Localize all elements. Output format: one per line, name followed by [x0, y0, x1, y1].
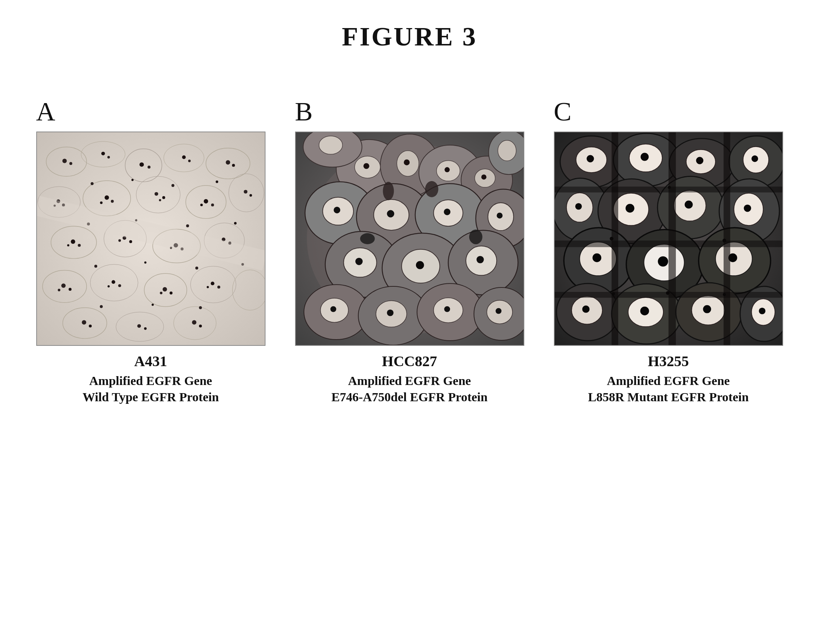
svg-point-69 [206, 286, 209, 288]
svg-point-43 [211, 204, 214, 207]
svg-point-23 [62, 159, 66, 163]
panel-a-title: A431 [83, 353, 219, 370]
svg-point-71 [89, 324, 92, 327]
svg-point-146 [498, 140, 516, 161]
panel-letter-a: A [36, 97, 55, 127]
svg-point-131 [496, 212, 502, 218]
svg-point-65 [169, 291, 172, 294]
svg-point-27 [140, 162, 144, 167]
panel-b-title: HCC827 [331, 353, 487, 370]
svg-point-126 [444, 167, 450, 172]
svg-point-139 [383, 182, 394, 200]
svg-point-44 [200, 204, 203, 206]
svg-point-51 [129, 240, 132, 243]
svg-point-24 [69, 162, 72, 165]
svg-point-64 [162, 287, 167, 291]
svg-point-82 [186, 224, 189, 227]
svg-point-86 [195, 267, 198, 269]
svg-point-75 [199, 324, 202, 327]
svg-point-84 [94, 265, 97, 268]
svg-point-73 [144, 327, 146, 330]
svg-point-204 [722, 293, 725, 296]
svg-point-133 [416, 261, 424, 269]
panel-a-line1: Amplified EGFR Gene [83, 373, 219, 389]
svg-point-78 [171, 184, 174, 187]
svg-point-90 [199, 306, 202, 309]
panel-a: A [32, 97, 269, 405]
svg-point-137 [444, 306, 450, 312]
svg-point-130 [444, 209, 450, 215]
svg-point-36 [104, 195, 109, 200]
svg-point-88 [100, 305, 102, 308]
svg-rect-195 [723, 132, 730, 345]
svg-point-68 [217, 285, 220, 288]
svg-point-138 [495, 308, 501, 314]
svg-point-62 [118, 284, 121, 287]
svg-point-134 [476, 256, 484, 264]
svg-point-28 [148, 166, 151, 169]
panel-letter-c: C [554, 97, 572, 127]
panel-b-line2: E746-A750del EGFR Protein [331, 389, 487, 405]
panel-letter-b: B [295, 97, 313, 127]
panel-c: C [550, 97, 787, 405]
svg-point-79 [215, 181, 218, 183]
svg-point-200 [668, 186, 671, 189]
svg-point-70 [82, 320, 86, 324]
svg-point-183 [625, 204, 634, 213]
microscopy-image-a [36, 132, 266, 346]
svg-point-127 [481, 175, 486, 179]
panel-b-line1: Amplified EGFR Gene [331, 373, 487, 389]
svg-point-31 [226, 160, 230, 164]
svg-point-135 [330, 306, 336, 312]
svg-point-26 [107, 156, 110, 158]
svg-point-202 [612, 292, 615, 295]
svg-point-132 [355, 258, 363, 265]
panel-b: B [291, 97, 528, 405]
panel-c-line2: L858R Mutant EGFR Protein [588, 389, 749, 405]
svg-point-45 [244, 190, 247, 193]
svg-rect-194 [668, 132, 676, 345]
svg-point-63 [107, 285, 109, 287]
svg-point-42 [204, 199, 208, 204]
svg-point-181 [751, 156, 758, 162]
svg-point-89 [151, 304, 154, 306]
svg-point-59 [68, 288, 71, 291]
svg-point-61 [111, 280, 115, 284]
svg-point-32 [232, 164, 235, 167]
svg-point-192 [759, 308, 765, 314]
svg-point-58 [61, 284, 65, 288]
svg-point-190 [640, 307, 649, 316]
panel-a-caption: A431 Amplified EGFR Gene Wild Type EGFR … [83, 353, 219, 405]
svg-point-29 [182, 156, 186, 159]
svg-point-203 [666, 291, 670, 295]
svg-point-66 [160, 292, 162, 294]
svg-point-125 [404, 159, 410, 165]
svg-point-128 [333, 207, 340, 213]
svg-point-38 [100, 201, 102, 204]
svg-point-60 [58, 289, 60, 291]
svg-point-41 [158, 199, 161, 201]
svg-point-136 [387, 310, 393, 316]
microscopy-image-c [554, 132, 783, 346]
svg-point-124 [363, 163, 369, 169]
svg-point-30 [188, 159, 191, 162]
svg-point-185 [744, 205, 751, 212]
svg-point-142 [469, 230, 482, 244]
svg-point-48 [78, 244, 81, 247]
panel-a-line2: Wild Type EGFR Protein [83, 389, 219, 405]
svg-point-85 [144, 262, 146, 264]
svg-point-180 [696, 157, 703, 164]
svg-point-186 [592, 253, 601, 262]
svg-point-187 [658, 256, 668, 267]
svg-point-47 [71, 239, 75, 244]
svg-point-49 [67, 244, 69, 247]
panel-c-line1: Amplified EGFR Gene [588, 373, 749, 389]
svg-point-76 [91, 182, 94, 185]
svg-point-67 [211, 282, 214, 285]
svg-point-179 [641, 153, 648, 161]
svg-point-140 [425, 181, 438, 197]
svg-point-178 [586, 155, 594, 163]
panel-c-title: H3255 [588, 353, 749, 370]
svg-point-74 [192, 320, 196, 324]
svg-point-72 [137, 324, 141, 328]
